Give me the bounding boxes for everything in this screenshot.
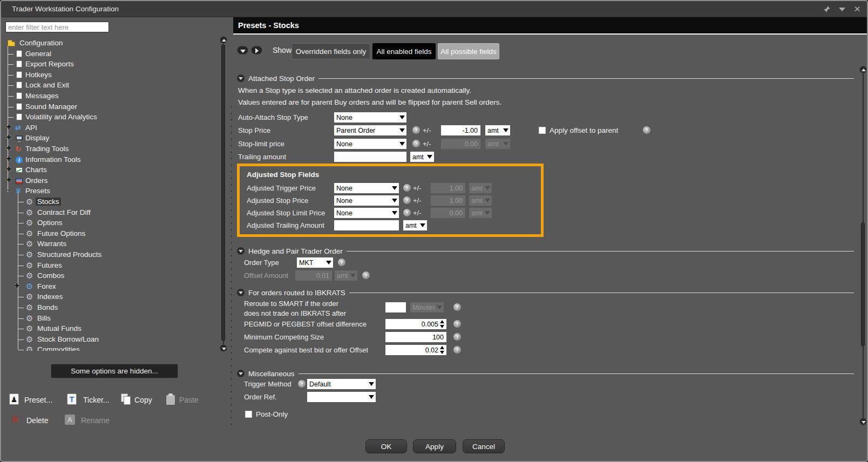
tree-item-future-options[interactable]: ⚙Future Options — [5, 228, 217, 239]
tree-item-presets[interactable]: −♛Presets — [5, 186, 217, 196]
paste-button[interactable]: Paste — [166, 393, 209, 407]
help-icon[interactable]: ? — [453, 333, 461, 341]
expand-icon[interactable]: ✚ — [5, 176, 12, 184]
adjusted-stop-price-select[interactable]: None — [334, 195, 399, 206]
adjusted-trailing-amount-input[interactable] — [334, 220, 399, 230]
chevron-down-icon[interactable] — [838, 5, 846, 13]
pin-icon[interactable] — [823, 5, 831, 13]
tree-scroll-up-button[interactable] — [220, 36, 227, 44]
trailing-amount-input[interactable] — [334, 152, 406, 162]
adjusted-stop-limit-price-select[interactable]: None — [334, 208, 399, 218]
adjusted-trailing-unit-select[interactable]: amt — [403, 220, 427, 230]
help-icon[interactable]: ? — [453, 303, 461, 311]
stop-price-select[interactable]: Parent Order — [334, 125, 406, 135]
rename-button[interactable]: A Rename — [65, 413, 119, 427]
collapse-section-icon[interactable] — [237, 74, 245, 82]
collapse-icon[interactable]: − — [5, 187, 12, 193]
adjusted-trigger-price-select[interactable]: None — [334, 183, 399, 193]
collapse-all-button[interactable] — [237, 46, 248, 55]
trailing-amount-unit-select[interactable]: amt — [410, 152, 434, 162]
expand-icon[interactable]: ✚ — [5, 145, 12, 152]
help-icon[interactable]: ? — [403, 196, 411, 204]
compete-offset-spinner[interactable]: 0.02 — [385, 345, 446, 355]
tree-item-indexes[interactable]: ⚙Indexes — [5, 291, 217, 302]
tree-item-contract-for-diff[interactable]: ⚙Contract For Diff — [5, 207, 217, 218]
help-icon[interactable]: ? — [453, 320, 461, 328]
spinner-arrows-icon[interactable] — [439, 346, 445, 354]
collapse-section-icon[interactable] — [237, 370, 245, 377]
tree-item-orders[interactable]: ✚Orders — [5, 175, 217, 186]
reroute-minutes-input[interactable] — [385, 302, 406, 312]
pegmid-offset-spinner[interactable]: 0.005 — [385, 319, 446, 329]
tree-item-configuration[interactable]: Configuration — [5, 38, 217, 49]
cancel-button[interactable]: Cancel — [463, 439, 505, 453]
filter-input[interactable] — [5, 22, 109, 32]
show-all-possible-fields-button[interactable]: All possible fields — [438, 43, 499, 59]
close-icon[interactable]: ✕ — [853, 5, 862, 13]
collapse-section-icon[interactable] — [237, 289, 245, 296]
help-icon[interactable]: ? — [362, 271, 370, 279]
main-scroll-down-button[interactable] — [859, 418, 867, 425]
tree-item-warrants[interactable]: ⚙Warrants — [5, 239, 217, 249]
tree-item-api[interactable]: ✚⇄API — [5, 123, 217, 133]
preset-button[interactable]: ♟ Preset... — [9, 393, 70, 407]
tree-item-structured-products[interactable]: ⚙Structured Products — [5, 249, 217, 260]
tree-item-bonds[interactable]: ⚙Bonds — [5, 302, 217, 313]
help-icon[interactable]: ? — [403, 209, 411, 216]
stop-price-unit-select[interactable]: amt — [485, 125, 510, 135]
expand-icon[interactable]: ✚ — [5, 155, 12, 162]
show-all-enabled-fields-button[interactable]: All enabled fields — [372, 43, 436, 59]
tree-item-stock-borrow-loan[interactable]: ⚙Stock Borrow/Loan — [5, 334, 217, 345]
tree-item-combos[interactable]: ⚙Combos — [5, 270, 217, 281]
tree-scroll-down-button[interactable] — [220, 344, 227, 352]
order-type-select[interactable]: MKT — [297, 257, 333, 268]
order-ref-select[interactable] — [307, 392, 376, 402]
tree-item-display[interactable]: ✚Display — [5, 133, 217, 144]
expand-icon[interactable]: ✚ — [13, 282, 20, 289]
tree-item-futures[interactable]: ⚙Futures — [5, 260, 217, 271]
tree-item-charts[interactable]: ✚Charts — [5, 165, 217, 175]
tree-item-information-tools[interactable]: ✚iInformation Tools — [5, 154, 217, 165]
help-icon[interactable]: ? — [412, 126, 420, 134]
help-icon[interactable]: ? — [298, 380, 306, 388]
apply-offset-to-parent-checkbox[interactable] — [539, 127, 546, 134]
apply-button[interactable]: Apply — [413, 439, 456, 453]
tree-item-general[interactable]: General — [5, 49, 217, 59]
ok-button[interactable]: OK — [365, 439, 407, 453]
expand-icon[interactable]: ✚ — [5, 134, 12, 141]
tree-item-sound-manager[interactable]: Sound Manager — [5, 101, 217, 112]
tree-item-hotkeys[interactable]: Hotkeys — [5, 70, 217, 80]
stop-limit-price-select[interactable]: None — [334, 139, 406, 149]
help-icon[interactable]: ? — [412, 140, 420, 147]
delete-button[interactable]: ✕ Delete — [11, 413, 59, 427]
tree-item-mutual-funds[interactable]: ⚙Mutual Funds — [5, 323, 217, 334]
tree-item-forex[interactable]: ✚⚙Forex — [5, 281, 217, 292]
tree-item-messages[interactable]: Messages — [5, 91, 217, 101]
spinner-arrows-icon[interactable] — [439, 320, 445, 328]
tree-item-trading-tools[interactable]: ✚↻Trading Tools — [5, 144, 217, 154]
panel-splitter[interactable] — [231, 106, 232, 429]
copy-button[interactable]: Copy — [121, 393, 164, 407]
tree-item-lock-and-exit[interactable]: Lock and Exit — [5, 80, 217, 91]
help-icon[interactable]: ? — [643, 126, 650, 134]
tree-item-export-reports[interactable]: Export Reports — [5, 59, 217, 70]
tree-item-stocks[interactable]: ⚙Stocks — [5, 196, 217, 207]
help-icon[interactable]: ? — [453, 346, 461, 354]
expand-icon[interactable]: ✚ — [5, 166, 12, 173]
help-icon[interactable]: ? — [403, 184, 411, 192]
post-only-checkbox[interactable] — [245, 411, 252, 418]
trigger-method-select[interactable]: Default — [307, 379, 376, 389]
hidden-options-button[interactable]: Some options are hidden... — [51, 364, 178, 378]
auto-attach-stop-type-select[interactable]: None — [334, 112, 406, 123]
tree-item-volatility-and-analytics[interactable]: Volatility and Analytics — [5, 112, 217, 123]
main-scroll-up-button[interactable] — [859, 66, 867, 73]
main-scrollbar-thumb[interactable] — [861, 222, 865, 346]
tree-item-bills[interactable]: ⚙Bills — [5, 313, 217, 324]
show-overridden-fields-button[interactable]: Overridden fields only — [291, 43, 370, 59]
minimum-competing-size-input[interactable]: 100 — [385, 332, 446, 342]
expand-icon[interactable]: ✚ — [5, 124, 12, 131]
expand-all-button[interactable] — [251, 46, 262, 55]
tree-scrollbar-thumb[interactable] — [221, 44, 225, 341]
help-icon[interactable]: ? — [338, 259, 345, 266]
collapse-section-icon[interactable] — [237, 247, 245, 255]
